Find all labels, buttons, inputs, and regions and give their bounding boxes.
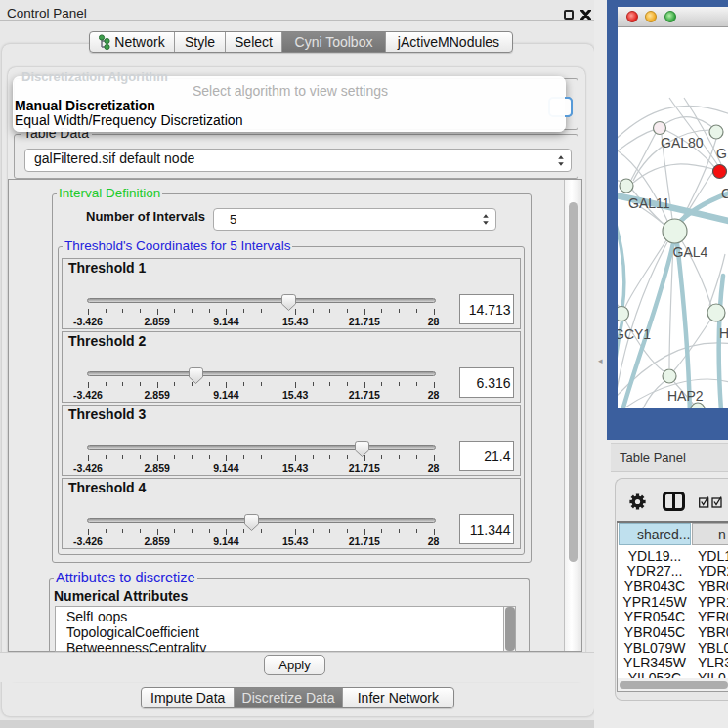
svg-text:GAL4: GAL4 [673,244,708,260]
svg-text:GAL11: GAL11 [628,195,670,211]
svg-text:HAP2: HAP2 [667,388,704,404]
svg-text:GCY1: GCY1 [618,326,651,342]
svg-text:C: C [721,186,728,201]
svg-text:GAL80: GAL80 [661,135,704,150]
svg-text:H: H [719,325,728,341]
svg-text:G.: G. [716,146,728,161]
